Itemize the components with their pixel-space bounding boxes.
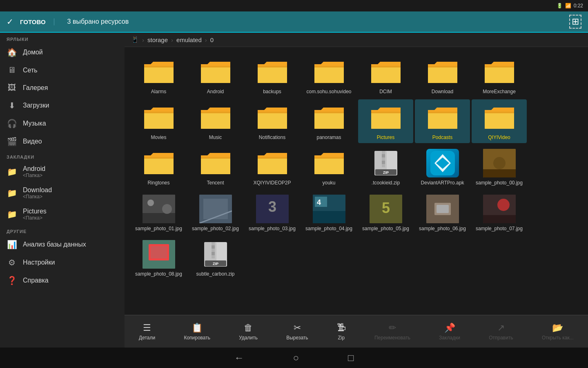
file-photo00[interactable]: sample_photo_00.jpg	[472, 145, 527, 189]
sidebar-item-gallery[interactable]: 🖼 Галерея	[0, 79, 125, 96]
toolbar-details-button[interactable]: ☰ Детали	[132, 319, 162, 344]
svg-rect-13	[485, 66, 514, 67]
svg-rect-20	[314, 112, 344, 129]
folder-movies[interactable]: Movies	[131, 99, 186, 144]
copy-label: Копировать	[184, 335, 210, 341]
sidebar-item-analysis[interactable]: 📊 Анализ базы данных	[0, 236, 125, 254]
file-photo03-label: sample_photo_03.jpg	[249, 226, 296, 232]
file-subtlezip-label: subtle_carbon.zip	[196, 271, 234, 278]
file-photo08-label: sample_photo_08.jpg	[135, 271, 182, 278]
folder-podcasts[interactable]: Podcasts	[415, 99, 470, 144]
svg-rect-29	[144, 157, 174, 159]
delete-label: Удалить	[239, 335, 258, 341]
svg-rect-26	[485, 112, 514, 129]
shortcuts-label: ЯРЛЫКИ	[0, 33, 125, 43]
svg-rect-38	[382, 151, 385, 154]
sidebar-video-label: Видео	[23, 138, 42, 145]
folder-pictures[interactable]: Pictures	[358, 99, 413, 144]
share-label: Отправить	[489, 335, 513, 341]
svg-rect-24	[428, 112, 457, 129]
breadcrumb-0[interactable]: 0	[210, 36, 214, 43]
sidebar-gallery-label: Галерея	[23, 84, 48, 92]
folder-youku[interactable]: youku	[301, 145, 356, 189]
file-photo02[interactable]: sample_photo_02.jpg	[188, 191, 243, 235]
sidebar-item-home[interactable]: 🏠 Домой	[0, 43, 125, 61]
time-display: 0:22	[574, 3, 583, 9]
folder-xqiyivideop2p[interactable]: XQIYIVIDEOP2P	[245, 145, 300, 189]
file-tcookieid[interactable]: ZIP .tcookieid.zip	[358, 145, 413, 189]
svg-rect-77	[212, 255, 215, 258]
help-icon: ❓	[7, 276, 17, 285]
grid-view-button[interactable]: ⊞	[569, 15, 581, 29]
svg-rect-27	[485, 112, 514, 113]
zip-label: Zip	[338, 335, 345, 341]
folder-qiyivideo[interactable]: QIYIVideo	[472, 99, 527, 144]
svg-text:4: 4	[317, 198, 321, 206]
svg-rect-17	[201, 112, 230, 113]
sidebar-item-downloads[interactable]: ⬇ Загрузки	[0, 96, 125, 114]
copy-icon: 📋	[192, 323, 203, 333]
cut-label: Вырезать	[286, 335, 308, 341]
done-button[interactable]: ГОТОВО	[20, 18, 54, 25]
toolbar-delete-button[interactable]: 🗑 Удалить	[232, 319, 264, 344]
sidebar-item-settings[interactable]: ⚙ Настройки	[0, 254, 125, 272]
svg-rect-21	[314, 112, 344, 113]
file-grid: Alarms Android backups com.sohu.sohuvide…	[125, 47, 588, 315]
file-photo04-label: sample_photo_04.jpg	[305, 226, 352, 232]
svg-rect-22	[371, 112, 401, 129]
svg-text:5: 5	[381, 200, 390, 216]
folder-backups[interactable]: backups	[245, 54, 300, 98]
folder-android[interactable]: Android	[188, 54, 243, 98]
file-photo04[interactable]: 4 sample_photo_04.jpg	[301, 191, 356, 235]
selection-count: 3 выбрано ресурсов	[67, 18, 564, 25]
folder-download[interactable]: Download	[415, 54, 470, 98]
toolbar-openwith-button: 📂 Открыть как...	[535, 319, 580, 344]
folder-moreexchange[interactable]: MoreExchange	[472, 54, 527, 98]
folder-panoramas[interactable]: panoramas	[301, 99, 356, 144]
sidebar-item-help[interactable]: ❓ Справка	[0, 272, 125, 289]
settings-icon: ⚙	[7, 258, 17, 267]
toolbar-zip-button[interactable]: 🗜 Zip	[330, 319, 352, 344]
sidebar-item-video[interactable]: 🎬 Видео	[0, 132, 125, 150]
file-photo03[interactable]: 3 sample_photo_03.jpg	[245, 191, 300, 235]
toolbar-copy-button[interactable]: 📋 Копировать	[177, 319, 217, 344]
file-photo06[interactable]: sample_photo_06.jpg	[415, 191, 470, 235]
svg-rect-23	[371, 112, 401, 113]
svg-rect-16	[201, 112, 230, 129]
folder-ringtones[interactable]: Ringtones	[131, 145, 186, 189]
svg-rect-6	[314, 66, 344, 83]
svg-rect-10	[428, 66, 457, 83]
svg-rect-0	[144, 67, 174, 83]
folder-moreexchange-label: MoreExchange	[483, 89, 516, 95]
breadcrumb-emulated[interactable]: emulated	[176, 36, 202, 43]
folder-notifications[interactable]: Notifications	[245, 99, 300, 144]
file-photo01[interactable]: sample_photo_01.jpg	[131, 191, 186, 235]
file-deviantart[interactable]: DeviantARTPro.apk	[415, 145, 470, 189]
back-button[interactable]: ←	[234, 352, 244, 364]
file-photo05[interactable]: 5 sample_photo_05.jpg	[358, 191, 413, 235]
sidebar-item-download-bookmark[interactable]: 📁 Download <Папка>	[0, 182, 125, 204]
svg-rect-15	[144, 112, 174, 113]
folder-ringtones-label: Ringtones	[147, 180, 169, 186]
folder-music[interactable]: Music	[188, 99, 243, 144]
android-bookmark-label: Android	[23, 165, 45, 173]
home-button[interactable]: ○	[293, 352, 299, 364]
svg-rect-8	[371, 66, 401, 83]
folder-tencent[interactable]: Tencent	[188, 145, 243, 189]
sidebar-item-pictures-bookmark[interactable]: 📁 Pictures <Папка>	[0, 204, 125, 225]
sidebar-item-music[interactable]: 🎧 Музыка	[0, 114, 125, 132]
folder-dcim[interactable]: DCIM	[358, 54, 413, 98]
recent-button[interactable]: □	[348, 352, 354, 364]
folder-alarms[interactable]: Alarms	[131, 54, 186, 98]
file-photo08[interactable]: sample_photo_08.jpg	[131, 236, 186, 280]
file-photo07[interactable]: sample_photo_07.jpg	[472, 191, 527, 235]
folder-comsohu[interactable]: com.sohu.sohuvideo	[301, 54, 356, 98]
file-subtlezip[interactable]: ZIP subtle_carbon.zip	[188, 236, 243, 280]
sidebar-item-network[interactable]: 🖥 Сеть	[0, 61, 125, 79]
breadcrumb-storage[interactable]: storage	[147, 36, 168, 43]
toolbar-cut-button[interactable]: ✂ Вырезать	[280, 319, 314, 344]
svg-rect-25	[428, 112, 457, 113]
android-folder-icon: 📁	[7, 167, 17, 177]
bottom-toolbar: ☰ Детали 📋 Копировать 🗑 Удалить ✂ Выреза…	[125, 315, 588, 348]
sidebar-item-android[interactable]: 📁 Android <Папка>	[0, 161, 125, 182]
